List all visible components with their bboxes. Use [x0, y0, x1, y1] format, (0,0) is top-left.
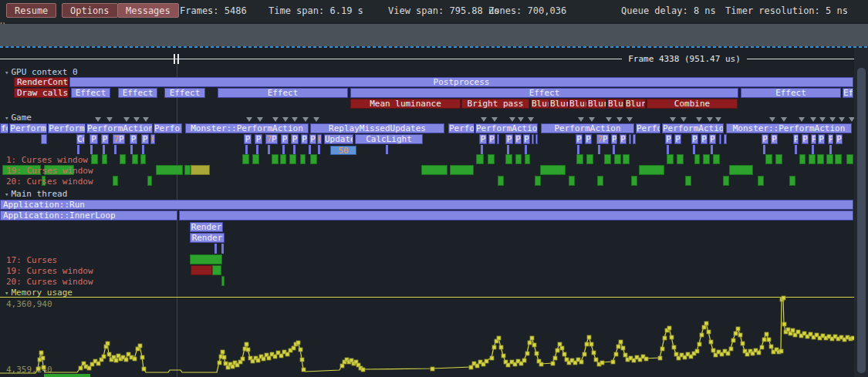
- vertical-scrollbar-thumb[interactable]: [857, 68, 866, 373]
- message-marker-icon[interactable]: [491, 117, 498, 122]
- message-marker-icon[interactable]: [769, 117, 775, 122]
- green-zone[interactable]: [242, 154, 249, 164]
- game-zone[interactable]: P: [291, 134, 299, 144]
- message-marker-icon[interactable]: [272, 117, 279, 122]
- toolbar-button-messages[interactable]: Messages: [117, 3, 179, 18]
- green-zone[interactable]: [576, 154, 583, 164]
- green-zone[interactable]: [300, 154, 306, 164]
- gpu-zone-postprocess[interactable]: Postprocess: [69, 77, 853, 87]
- game-zone[interactable]: [535, 134, 538, 144]
- message-marker-icon[interactable]: [810, 117, 816, 122]
- game-zone[interactable]: 6: [317, 134, 322, 144]
- green-zone[interactable]: [623, 154, 630, 164]
- green-zone[interactable]: [713, 154, 720, 164]
- game-zone[interactable]: 7P: [113, 134, 125, 144]
- green-zone[interactable]: [631, 176, 637, 186]
- game-zone[interactable]: P: [301, 134, 308, 144]
- game-zone[interactable]: P: [309, 134, 316, 144]
- green-zone[interactable]: [540, 165, 566, 175]
- game-zone[interactable]: P: [141, 134, 149, 144]
- gpu-zone-combine[interactable]: Combine: [647, 99, 738, 109]
- game-zone[interactable]: P: [701, 134, 708, 144]
- gpu-zone-blur[interactable]: Blur: [587, 99, 606, 109]
- frame-marker-label[interactable]: Frame 4338 (951.47 us): [622, 54, 747, 64]
- message-marker-icon[interactable]: [313, 117, 319, 122]
- main-zone-innerloop[interactable]: Application::InnerLoop: [0, 210, 177, 220]
- game-zone[interactable]: [724, 134, 727, 144]
- game-zone[interactable]: [629, 134, 631, 144]
- game-zone[interactable]: P: [255, 134, 262, 144]
- game-zone[interactable]: P: [576, 134, 583, 144]
- game-zone[interactable]: P: [244, 134, 252, 144]
- green-zone[interactable]: [846, 154, 853, 164]
- game-zone[interactable]: Monster::PerformAction: [185, 123, 309, 133]
- game-zone[interactable]: [532, 134, 534, 144]
- green-zone[interactable]: [703, 154, 710, 164]
- game-zone[interactable]: Monster::PerformAction: [726, 123, 852, 133]
- gpu-zone-bright-pass[interactable]: Bright pass: [461, 99, 529, 109]
- game-zone[interactable]: P: [505, 134, 513, 144]
- toolbar-button-resume[interactable]: Resume: [6, 3, 56, 18]
- gpu-zone-effect[interactable]: Effect: [218, 88, 348, 98]
- message-marker-icon[interactable]: [528, 117, 534, 122]
- section-header-game[interactable]: ▾Game: [5, 113, 32, 123]
- game-zone[interactable]: P: [771, 134, 778, 144]
- game-zone[interactable]: Perfo: [448, 123, 475, 133]
- green-zone[interactable]: [272, 154, 279, 164]
- main-zone-render[interactable]: Render: [190, 222, 223, 232]
- green-zone[interactable]: [775, 154, 782, 164]
- green-zone[interactable]: [252, 154, 259, 164]
- game-zone[interactable]: P: [281, 134, 289, 144]
- message-marker-icon[interactable]: [707, 117, 713, 122]
- message-marker-icon[interactable]: [292, 117, 298, 122]
- green-zone[interactable]: [184, 165, 191, 175]
- section-header-gpu-context[interactable]: ▾GPU context 0: [5, 67, 78, 77]
- green-zone[interactable]: [809, 154, 816, 164]
- game-zone[interactable]: PerformAction: [541, 123, 634, 133]
- game-zone[interactable]: P: [488, 134, 495, 144]
- message-marker-icon[interactable]: [681, 117, 687, 122]
- message-marker-icon[interactable]: [627, 117, 633, 122]
- green-zone[interactable]: [120, 154, 126, 164]
- green-zone[interactable]: [826, 154, 833, 164]
- game-zone[interactable]: P: [611, 134, 617, 144]
- green-zone[interactable]: [597, 176, 603, 186]
- message-marker-icon[interactable]: [302, 117, 309, 122]
- game-zone[interactable]: [41, 134, 47, 144]
- green-zone[interactable]: [488, 154, 495, 164]
- message-marker-icon[interactable]: [518, 117, 524, 122]
- gpu-zone-blur[interactable]: Blur: [549, 99, 569, 109]
- green-zone[interactable]: [289, 154, 296, 164]
- game-zone[interactable]: P: [101, 134, 109, 144]
- green-zone[interactable]: [723, 176, 729, 186]
- message-marker-icon[interactable]: [799, 117, 805, 122]
- section-header-main-thread[interactable]: ▾Main thread: [5, 189, 67, 199]
- game-zone[interactable]: Perform: [9, 123, 47, 133]
- green-zone[interactable]: [132, 154, 138, 164]
- green-zone[interactable]: [190, 254, 222, 264]
- message-marker-icon[interactable]: [578, 117, 584, 122]
- message-marker-icon[interactable]: [819, 117, 826, 122]
- green-zone[interactable]: [221, 276, 225, 286]
- gpu-zone-drawcalls[interactable]: Draw calls: [14, 88, 69, 98]
- game-zone[interactable]: [497, 134, 499, 144]
- green-zone[interactable]: [498, 176, 504, 186]
- message-marker-icon[interactable]: [606, 117, 612, 122]
- gpu-zone-blur[interactable]: Blur: [531, 99, 549, 109]
- green-zone[interactable]: [421, 165, 448, 175]
- message-marker-icon[interactable]: [839, 117, 845, 122]
- message-marker-icon[interactable]: [95, 117, 101, 122]
- game-zone[interactable]: Co: [76, 134, 85, 144]
- game-zone[interactable]: P: [709, 134, 716, 144]
- game-zone[interactable]: 7P: [596, 134, 609, 144]
- green-zone[interactable]: [140, 154, 146, 164]
- red-zone[interactable]: [191, 265, 212, 275]
- message-marker-icon[interactable]: [509, 117, 515, 122]
- game-zone[interactable]: P: [811, 134, 816, 144]
- main-zone-application-run[interactable]: Application::Run: [0, 200, 853, 210]
- green-zone[interactable]: [280, 154, 286, 164]
- gpu-zone-blu[interactable]: Blu: [607, 99, 624, 109]
- gpu-zone-blur[interactable]: Blur: [625, 99, 646, 109]
- game-zone[interactable]: P: [515, 134, 522, 144]
- game-zone[interactable]: PerformActio: [475, 123, 538, 133]
